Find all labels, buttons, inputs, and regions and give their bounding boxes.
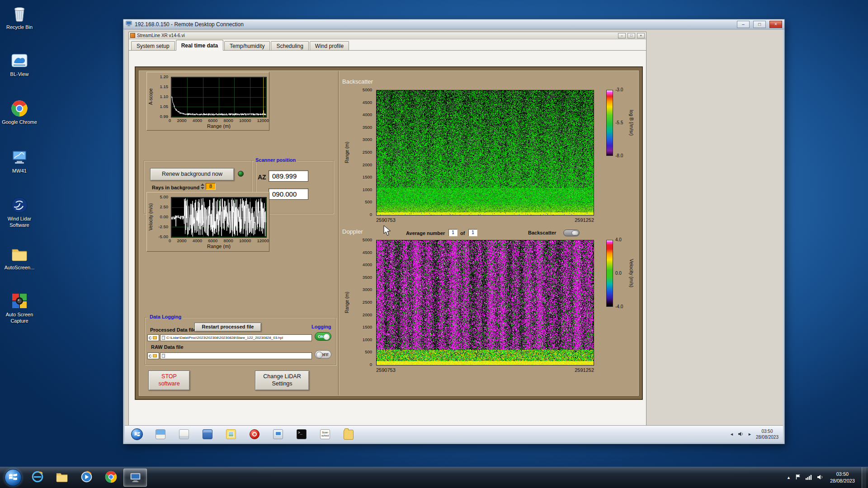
taskbar-item-internet-explorer[interactable] — [26, 469, 49, 487]
processed-drive-selector[interactable]: C — [147, 334, 159, 341]
change-lidar-settings-button[interactable]: Change LiDARSettings — [255, 371, 309, 390]
remote-taskbar-item-snipping-tool[interactable] — [271, 427, 285, 441]
remote-taskbar-item-folder[interactable] — [342, 427, 355, 441]
average-of-field[interactable]: 1 — [468, 229, 477, 236]
app-titlebar[interactable]: StreamLine XR v14-6.vi – □ × — [129, 32, 646, 39]
tick-label: 0 — [370, 212, 372, 217]
tick-label: 1.10 — [160, 94, 169, 99]
tick-label: 6000 — [208, 118, 217, 123]
backscatter-toggle[interactable] — [563, 230, 580, 236]
tab-system-setup[interactable]: System setup — [131, 41, 175, 50]
backscatter-ylabel: Range (m) — [344, 90, 350, 215]
rays-stepper[interactable] — [201, 183, 205, 190]
restart-processed-file-button[interactable]: Restart processed file — [194, 323, 261, 332]
remote-taskbar-item-calculator[interactable] — [201, 427, 214, 441]
remote-taskbar-item-scan-sched[interactable]: Scansched — [318, 427, 332, 441]
rdp-minimize-button[interactable]: – — [737, 21, 750, 28]
taskbar-item-remote-desktop[interactable] — [123, 469, 147, 487]
windows-flag-icon — [9, 472, 18, 483]
desktop-icon-wind-lidar[interactable]: Wind Lidar Software — [0, 195, 39, 229]
average-number-field[interactable]: 1 — [448, 229, 458, 236]
processed-data-file-label: Processed Data file — [150, 327, 196, 333]
remote-start-button[interactable] — [130, 427, 144, 441]
tab-temp-humidity[interactable]: Temp/humidity — [224, 41, 270, 50]
mw41-icon — [9, 147, 29, 167]
desktop-icon-bl-view[interactable]: BL-View — [0, 51, 39, 78]
start-button[interactable] — [5, 469, 22, 486]
scanner-position-title: Scanner position — [254, 157, 297, 163]
renew-background-button[interactable]: Renew background now — [150, 168, 234, 181]
desktop-icon-auto-screen-capture[interactable]: Auto Screen Capture — [0, 291, 39, 324]
rays-value-field[interactable]: 8 — [206, 183, 216, 190]
tick-label: 5000 — [363, 237, 372, 243]
app-restore-button[interactable]: □ — [627, 33, 635, 38]
velocity-xticks: 020004000600080001000012000 — [169, 238, 269, 243]
tick-label: 1.05 — [160, 104, 169, 109]
remote-language-icon[interactable]: ► — [748, 432, 752, 436]
desktop-icon-autoscreen[interactable]: AutoScreen... — [0, 244, 39, 271]
desktop-icon-google-chrome[interactable]: Google Chrome — [0, 99, 39, 126]
taskbar-item-media-player[interactable] — [75, 469, 98, 487]
el-value-field[interactable]: 090.000 — [269, 188, 308, 200]
remote-hidden-icons-arrow[interactable]: ◄ — [730, 432, 734, 436]
tab-wind-profile[interactable]: Wind profile — [310, 41, 349, 50]
remote-desktop-icon — [129, 471, 142, 485]
az-value-field[interactable]: 089.999 — [269, 170, 308, 182]
taskbar: ▲ 03:50 28/08/2023 — [0, 467, 868, 488]
remote-taskbar-item-journal[interactable] — [177, 427, 191, 441]
tick-label: 4000 — [193, 238, 202, 243]
tick-label: 0 — [370, 362, 372, 367]
doppler-plot-title: Doppler — [342, 228, 363, 235]
tick-label: 0.00 — [160, 214, 169, 220]
taskbar-item-windows-explorer[interactable] — [50, 469, 74, 487]
rdp-close-button[interactable]: × — [769, 21, 782, 28]
show-desktop-button[interactable] — [862, 467, 866, 488]
remote-taskbar-item-paint[interactable] — [154, 427, 167, 441]
remote-taskbar-item-power[interactable] — [248, 427, 261, 441]
volume-icon[interactable] — [817, 474, 823, 482]
network-icon[interactable] — [806, 474, 812, 482]
tick-label: -2.50 — [158, 224, 168, 230]
desktop-icon-recycle-bin[interactable]: Recycle Bin — [0, 4, 39, 31]
tab-real-time-data[interactable]: Real time data — [176, 40, 223, 51]
tab-scheduling[interactable]: Scheduling — [271, 41, 308, 50]
hidden-icons-arrow[interactable]: ▲ — [787, 475, 791, 480]
app-minimize-button[interactable]: – — [618, 33, 626, 38]
doppler-x-end: 2591252 — [558, 367, 594, 373]
tick-label: 2500 — [363, 300, 372, 305]
tick-label: -3.0 — [615, 87, 623, 93]
velocity-canvas — [171, 197, 267, 238]
taskbar-item-chrome[interactable] — [99, 469, 123, 487]
taskbar-clock[interactable]: 03:50 28/08/2023 — [828, 471, 857, 484]
backscatter-plot-title: Backscatter — [342, 78, 373, 85]
app-close-button[interactable]: × — [637, 33, 645, 38]
tick-label: -5.00 — [158, 234, 168, 239]
auto-screen-capture-icon — [9, 291, 29, 311]
remote-clock[interactable]: 03:50 28/08/2023 — [756, 428, 778, 440]
remote-taskbar-item-photo-viewer[interactable] — [224, 427, 238, 441]
remote-desktop: StreamLine XR v14-6.vi – □ × System setu… — [125, 30, 783, 442]
desktop-icon-mw41[interactable]: MW41 — [0, 147, 39, 174]
tick-label: 4000 — [363, 112, 372, 117]
rdp-maximize-button[interactable]: □ — [753, 21, 766, 28]
processed-path-field[interactable]: C:\Lidar\Data\Proc\2023\202308\20230828\… — [160, 334, 312, 341]
stop-software-button[interactable]: STOPsoftware — [148, 371, 190, 390]
remote-taskbar-item-console[interactable]: >_ — [295, 427, 308, 441]
raw-drive-selector[interactable]: C — [147, 352, 159, 359]
remote-volume-icon[interactable] — [738, 430, 744, 438]
bl-view-icon — [9, 51, 29, 70]
raw-path-field[interactable] — [160, 352, 312, 359]
of-label: of — [460, 230, 465, 236]
tick-label: 12000 — [257, 238, 269, 243]
desktop-icon-label: Recycle Bin — [6, 24, 33, 31]
action-center-flag-icon[interactable] — [796, 474, 801, 482]
tick-label: 2000 — [363, 162, 372, 168]
file-icon — [162, 354, 165, 358]
tick-label: 500 — [365, 349, 372, 355]
rdp-titlebar[interactable]: 192.168.0.150 - Remote Desktop Connectio… — [123, 19, 784, 29]
backscatter-heatmap-canvas — [376, 90, 594, 216]
processed-logging-toggle[interactable]: ON — [315, 332, 331, 341]
raw-logging-toggle[interactable]: OFF — [315, 350, 331, 359]
calculator-icon — [203, 429, 212, 439]
snipping-tool-icon — [273, 429, 283, 439]
